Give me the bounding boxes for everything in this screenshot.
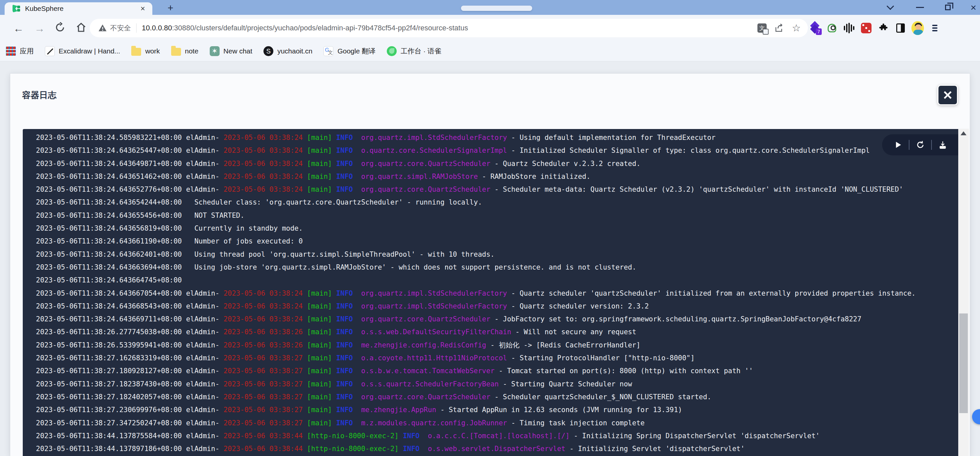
bookmark-item[interactable]: 应用 [6, 46, 33, 56]
address-bar[interactable]: 不安全 10.0.0.80:30880/clusters/default/pro… [90, 19, 808, 37]
security-label[interactable]: 不安全 [110, 24, 131, 33]
waveform-extension-icon[interactable] [843, 22, 855, 34]
back-button[interactable]: ← [12, 22, 25, 35]
url-text[interactable]: 10.0.0.80:30880/clusters/default/project… [142, 24, 468, 32]
log-line: 2023-05-06T11:38:27.162683319+08:00 elAd… [36, 352, 916, 365]
apps-grid-icon [6, 46, 16, 56]
scrollbar-thumb[interactable] [959, 314, 968, 413]
tab-title: KubeSphere [25, 5, 64, 13]
bookmark-label: Google 翻译 [337, 46, 375, 56]
bookmark-label: 应用 [20, 46, 33, 56]
bookmark-label: New chat [224, 47, 253, 55]
log-lines: 2023-05-06T11:38:24.585983221+08:00 elAd… [36, 131, 916, 456]
close-window-button[interactable]: × [967, 0, 980, 15]
bookmark-star-icon[interactable]: ☆ [791, 22, 802, 33]
download-button[interactable] [935, 137, 950, 152]
site-s-icon: S [264, 46, 274, 56]
bookmark-label: yuchaoit.cn [277, 47, 312, 55]
restore-button[interactable] [940, 0, 955, 15]
log-line: 2023-05-06T11:38:27.230699976+08:00 elAd… [36, 403, 916, 416]
browser-tab[interactable]: KubeSphere × [5, 2, 152, 15]
bookmark-item[interactable]: Google 翻译 [323, 46, 375, 56]
dice-extension-icon[interactable] [860, 22, 872, 34]
modal-close-button[interactable] [937, 85, 958, 105]
folder-icon [131, 48, 141, 56]
log-line: 2023-05-06T11:38:24.643654244+08:00 Sche… [36, 196, 916, 209]
tab-close-icon[interactable]: × [138, 4, 148, 14]
minimize-button[interactable] [913, 0, 927, 15]
log-scrollbar[interactable] [958, 129, 969, 456]
log-line: 2023-05-06T11:38:24.643625447+08:00 elAd… [36, 144, 916, 157]
excalidraw-icon [45, 46, 55, 56]
container-log-modal: 容器日志 2023-05-06T11:38:24.585983221+08:00… [10, 73, 970, 456]
log-line: 2023-05-06T11:38:26.533995941+08:00 elAd… [36, 339, 916, 352]
log-line: 2023-05-06T11:38:24.585983221+08:00 elAd… [36, 131, 916, 144]
bookmark-item[interactable]: ✶New chat [210, 46, 253, 56]
bookmarks-bar: 应用Excalidraw | Hand...worknote✶New chatS… [0, 41, 980, 61]
extensions-puzzle-icon[interactable] [877, 22, 890, 34]
scrollbar-up-arrow-icon[interactable] [961, 131, 966, 135]
extension-badge: 7 [816, 29, 822, 35]
log-line: 2023-05-06T11:38:44.137875584+08:00 elAd… [36, 430, 916, 442]
kubesphere-favicon-icon [12, 4, 21, 13]
log-line: 2023-05-06T11:38:27.347250247+08:00 elAd… [36, 417, 916, 430]
bookmark-item[interactable]: 工作台 · 语雀 [387, 46, 442, 56]
side-panel-icon[interactable] [894, 22, 907, 34]
log-line: 2023-05-06T11:38:24.643651462+08:00 elAd… [36, 170, 916, 183]
chatgpt-icon: ✶ [210, 46, 220, 56]
log-line: 2023-05-06T11:38:27.182402057+08:00 elAd… [36, 391, 916, 403]
bookmark-item[interactable]: Excalidraw | Hand... [45, 46, 120, 56]
browser-titlebar: KubeSphere × + × [0, 0, 980, 15]
translate-icon[interactable]: 文 [756, 22, 768, 33]
log-line: 2023-05-06T11:38:26.277745038+08:00 elAd… [36, 326, 916, 338]
bookmark-item[interactable]: work [131, 46, 160, 56]
google-translate-icon [323, 46, 333, 56]
log-line: 2023-05-06T11:38:44.137897186+08:00 elAd… [36, 442, 916, 455]
bookmark-label: Excalidraw | Hand... [59, 47, 120, 55]
log-line: 2023-05-06T11:38:24.643661190+08:00 Numb… [36, 235, 916, 248]
bookmark-item[interactable]: note [171, 46, 199, 56]
log-line: 2023-05-06T11:38:24.643652776+08:00 elAd… [36, 183, 916, 196]
url-separator [136, 24, 137, 33]
home-button[interactable] [75, 22, 88, 35]
share-icon[interactable] [773, 22, 785, 33]
bookmark-label: 工作台 · 语雀 [401, 46, 442, 56]
modal-title: 容器日志 [22, 89, 56, 101]
extensions-row: 7 [808, 15, 941, 41]
log-line: 2023-05-06T11:38:24.643664745+08:00 [36, 274, 916, 287]
play-button[interactable] [890, 137, 905, 152]
refresh-button[interactable] [913, 137, 928, 152]
forward-button[interactable]: → [33, 22, 46, 35]
tab-search-chevron-icon[interactable] [883, 0, 897, 15]
log-line: 2023-05-06T11:38:24.643662401+08:00 Usin… [36, 248, 916, 261]
log-line: 2023-05-06T11:38:24.643667054+08:00 elAd… [36, 287, 916, 300]
window-drag-pill [461, 6, 532, 11]
toolbar-divider [909, 140, 910, 150]
log-line: 2023-05-06T11:38:27.182387430+08:00 elAd… [36, 378, 916, 391]
person-extension-icon[interactable] [826, 22, 838, 34]
browser-menu-icon[interactable] [929, 22, 941, 34]
profile-avatar[interactable] [912, 22, 924, 34]
log-line: 2023-05-06T11:38:24.643663694+08:00 Usin… [36, 261, 916, 274]
new-tab-button[interactable]: + [165, 3, 176, 14]
reload-button[interactable] [53, 22, 67, 35]
log-line: 2023-05-06T11:38:24.643668543+08:00 elAd… [36, 300, 916, 313]
bookmark-item[interactable]: Syuchaoit.cn [264, 46, 312, 56]
bookmark-label: note [185, 47, 199, 55]
log-line: 2023-05-06T11:38:24.643649871+08:00 elAd… [36, 157, 916, 170]
log-line: 2023-05-06T11:38:24.643655456+08:00 NOT … [36, 209, 916, 222]
not-secure-warning-icon [98, 24, 107, 32]
yuque-icon [387, 46, 397, 56]
purple-extension-icon[interactable]: 7 [808, 22, 821, 34]
close-icon [943, 90, 953, 100]
log-panel[interactable]: 2023-05-06T11:38:24.585983221+08:00 elAd… [23, 129, 959, 456]
toolbar-divider [931, 140, 932, 150]
log-line: 2023-05-06T11:38:24.643656819+08:00 Curr… [36, 222, 916, 235]
bookmark-label: work [145, 47, 160, 55]
log-line: 2023-05-06T11:38:27.180928127+08:00 elAd… [36, 365, 916, 378]
log-line: 2023-05-06T11:38:24.643669711+08:00 elAd… [36, 313, 916, 326]
folder-icon [171, 48, 181, 56]
log-toolbar [882, 134, 959, 155]
